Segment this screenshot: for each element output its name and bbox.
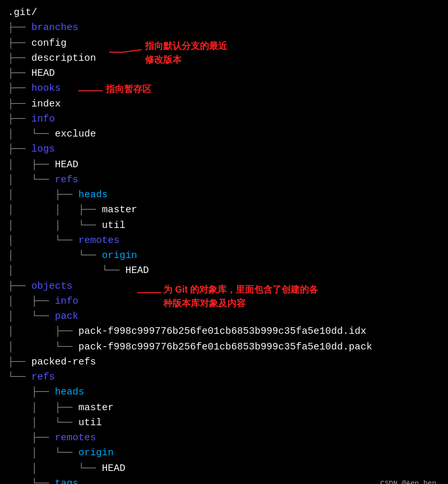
tree-item-label-pack-pack: pack-f998c999776b256fe01cb6853b999c35fa5… — [78, 340, 372, 355]
tree-item-label-refs-heads-master: master — [78, 400, 114, 415]
tree-item-index: ├── index — [8, 97, 440, 112]
tree-item-label-head-root: HEAD — [31, 66, 55, 81]
tree-item-label-pack: pack — [55, 309, 78, 324]
tree-item-label-logs-refs-remotes: remotes — [78, 233, 120, 248]
tree-item-label-logs-refs-remotes-origin-head: HEAD — [125, 263, 149, 278]
annotation-objects: 为 Git 的对象库，里面包含了创建的各种版本库对象及内容 — [163, 283, 318, 310]
tree-item-label-objects-info: info — [55, 294, 78, 309]
tree-item-label-refs-remotes: remotes — [55, 430, 96, 445]
tree-item-logs-head: │ ├── HEAD — [8, 157, 440, 172]
tree-item-logs-refs-remotes-origin-head: │ └── HEAD — [8, 263, 440, 278]
tree-item-logs-refs-remotes-origin: │ └── origin — [8, 248, 440, 263]
tree-item-packed-refs: ├── packed-refs — [8, 355, 440, 370]
tree-item-logs-refs-heads-master: │ │ ├── master — [8, 202, 440, 218]
tree-item-refs-remotes-origin-head: │ └── HEAD — [8, 461, 440, 476]
tree-item-label-description: description — [31, 51, 96, 66]
tree-item-pack: │ └── pack — [8, 309, 440, 324]
annotation-hooks: 指向暂存区 — [106, 84, 152, 95]
tree-item-head-root: ├── HEAD — [8, 66, 440, 81]
tree-item-label-refs-remotes-origin: origin — [78, 445, 114, 460]
tree-item-refs-remotes-origin: │ └── origin — [8, 445, 440, 460]
tree-container: .git/├── branches├── config├── descripti… — [8, 5, 440, 484]
tree-item-exclude: │ └── exclude — [8, 127, 440, 142]
tree-item-label-refs-tags: tags — [55, 476, 78, 484]
tree-item-logs-refs-heads-util: │ │ └── util — [8, 218, 440, 233]
tree-item-refs-remotes: ├── remotes — [8, 430, 440, 445]
tree-item-label-refs: refs — [31, 370, 55, 385]
tree-item-refs-heads: ├── heads — [8, 385, 440, 400]
watermark: CSDN @Aen_hen — [380, 479, 436, 484]
tree-item-logs-refs-heads: │ ├── heads — [8, 187, 440, 202]
tree-item-label-logs-refs: refs — [55, 172, 78, 187]
tree-item-pack-pack: │ └── pack-f998c999776b256fe01cb6853b999… — [8, 340, 440, 355]
tree-item-label-logs-refs-remotes-origin: origin — [102, 248, 137, 263]
tree-item-label-hooks: hooks — [31, 81, 61, 96]
tree-item-label-root: .git/ — [8, 5, 37, 20]
tree-item-label-pack-idx: pack-f998c999776b256fe01cb6853b999c35fa5… — [78, 324, 366, 339]
tree-item-logs-refs: │ └── refs — [8, 172, 440, 187]
tree-item-label-logs-refs-heads-util: util — [102, 218, 125, 233]
tree-item-refs-tags: └── tags — [8, 476, 440, 484]
tree-item-label-refs-heads-util: util — [78, 415, 102, 430]
tree-item-branches: ├── branches — [8, 20, 440, 35]
tree-item-label-logs-refs-heads-master: master — [102, 202, 137, 218]
tree-item-label-packed-refs: packed-refs — [31, 355, 96, 370]
tree-item-label-branches: branches — [31, 20, 78, 35]
tree-item-label-config: config — [31, 36, 67, 51]
tree-item-label-refs-remotes-origin-head: HEAD — [102, 461, 125, 476]
tree-item-label-logs-head: HEAD — [55, 157, 78, 172]
tree-item-label-info-root: info — [31, 112, 55, 127]
tree-item-refs: └── refs — [8, 370, 440, 385]
tree-item-logs-refs-remotes: │ └── remotes — [8, 233, 440, 248]
tree-item-hooks: ├── hooks — [8, 81, 440, 96]
tree-item-label-logs: logs — [31, 142, 55, 157]
tree-item-logs: ├── logs — [8, 142, 440, 157]
tree-item-label-logs-refs-heads: heads — [78, 187, 108, 202]
tree-item-refs-heads-util: │ └── util — [8, 415, 440, 430]
tree-item-pack-idx: │ ├── pack-f998c999776b256fe01cb6853b999… — [8, 324, 440, 339]
tree-item-refs-heads-master: │ ├── master — [8, 400, 440, 415]
tree-item-label-refs-heads: heads — [55, 385, 84, 400]
tree-item-label-index: index — [31, 97, 61, 112]
annotation-description: 指向默认分支的最近修改版本 — [145, 39, 227, 67]
tree-item-root: .git/ — [8, 5, 440, 20]
tree-item-info-root: ├── info — [8, 112, 440, 127]
tree-item-label-exclude: exclude — [55, 127, 96, 142]
tree-item-label-objects: objects — [31, 279, 72, 294]
